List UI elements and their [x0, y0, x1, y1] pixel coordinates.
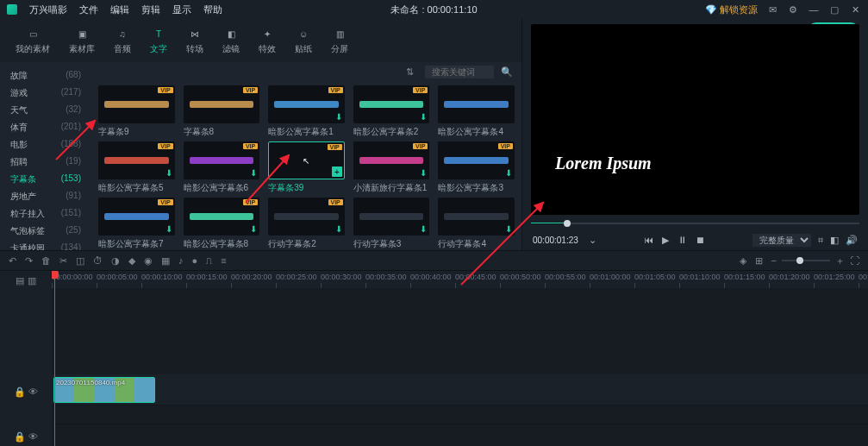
tab-transition[interactable]: ⋈转场: [183, 24, 207, 57]
download-icon[interactable]: ⬇: [250, 224, 257, 234]
menu-clip[interactable]: 剪辑: [141, 3, 160, 16]
asset-card[interactable]: VIP字幕条9: [98, 85, 175, 138]
sidebar-item-天气[interactable]: 天气(32): [0, 102, 91, 119]
redo-icon[interactable]: ↷: [25, 255, 33, 267]
asset-thumbnail[interactable]: VIP⬇: [268, 85, 345, 123]
search-input[interactable]: [425, 66, 494, 79]
asset-thumbnail[interactable]: VIP: [98, 85, 175, 123]
sidebar-item-气泡标签[interactable]: 气泡标签(25): [0, 223, 91, 240]
sidebar-item-体育[interactable]: 体育(201): [0, 119, 91, 136]
asset-grid[interactable]: VIP字幕条9VIP字幕条8VIP⬇暗影公寓字幕条1VIP⬇暗影公寓字幕条2暗影…: [91, 82, 521, 250]
download-icon[interactable]: ⬇: [505, 224, 512, 234]
tab-media[interactable]: ▭我的素材: [12, 24, 53, 57]
mask-icon[interactable]: ▦: [161, 255, 170, 267]
tab-filter[interactable]: ◧滤镜: [219, 24, 243, 57]
chroma-icon[interactable]: ◉: [144, 255, 153, 267]
zoom-fit-icon[interactable]: ⛶: [850, 255, 859, 266]
video-clip[interactable]: 20230701150840.mp4: [53, 377, 155, 403]
menu-view[interactable]: 显示: [172, 3, 191, 16]
color-icon[interactable]: ◑: [111, 255, 120, 267]
tab-sticker[interactable]: ☺贴纸: [291, 24, 315, 57]
zoom-in-icon[interactable]: ＋: [835, 254, 845, 267]
keyframe-icon[interactable]: ◆: [128, 255, 135, 267]
asset-card[interactable]: VIP⬇暗影公寓字幕条6: [184, 141, 260, 194]
time-ruler[interactable]: 00:00:00:0000:00:05:0000:00:10:0000:00:1…: [52, 271, 868, 288]
sidebar-item-粒子挂入[interactable]: 粒子挂入(151): [0, 205, 91, 223]
asset-thumbnail[interactable]: VIP⬇: [98, 141, 175, 179]
crop-icon[interactable]: ◫: [76, 255, 84, 267]
audio-detach-icon[interactable]: ♪: [178, 255, 184, 267]
track-lock-icon[interactable]: 🔒 👁: [0, 382, 52, 401]
playhead[interactable]: [54, 271, 55, 446]
asset-card[interactable]: VIP⬇暗影公寓字幕条5: [98, 141, 175, 194]
snap-icon[interactable]: ⊞: [755, 255, 763, 267]
download-icon[interactable]: ⬇: [420, 224, 427, 234]
asset-thumbnail[interactable]: VIP⬇: [184, 198, 260, 236]
asset-thumbnail[interactable]: [438, 85, 515, 123]
zoom-out-icon[interactable]: −: [771, 255, 777, 266]
asset-card[interactable]: ⬇行动字幕条4: [438, 198, 515, 250]
preview-viewport[interactable]: Lorem Ipsum: [531, 24, 859, 215]
category-sidebar[interactable]: 故障(68)游戏(217)天气(32)体育(201)电影(188)招聘(19)字…: [0, 62, 91, 250]
max-icon[interactable]: ▢: [828, 3, 840, 16]
asset-thumbnail[interactable]: VIP: [184, 85, 260, 123]
asset-thumbnail[interactable]: VIP+↖: [268, 141, 345, 179]
download-icon[interactable]: ⬇: [165, 168, 172, 178]
more-icon[interactable]: ≡: [221, 255, 226, 267]
menu-help[interactable]: 帮助: [203, 3, 222, 16]
asset-thumbnail[interactable]: ⬇: [353, 198, 430, 236]
mixer-icon[interactable]: ⎍: [206, 255, 212, 267]
tab-text[interactable]: T文字: [147, 24, 171, 57]
asset-card[interactable]: VIP⬇行动字幕条2: [268, 198, 345, 250]
sidebar-item-游戏[interactable]: 游戏(217): [0, 85, 91, 102]
play-icon[interactable]: ▶: [662, 235, 669, 246]
asset-card[interactable]: VIP+↖字幕条39: [268, 141, 345, 194]
asset-card[interactable]: VIP⬇暗影公寓字幕条8: [184, 198, 260, 250]
track-options-icon[interactable]: ▤ ▥: [0, 271, 52, 290]
sidebar-item-招聘[interactable]: 招聘(19): [0, 154, 91, 171]
download-icon[interactable]: ⬇: [420, 168, 427, 178]
download-icon[interactable]: ⬇: [335, 224, 342, 234]
audio-track-1[interactable]: [52, 405, 868, 424]
settings-icon[interactable]: ⚙: [787, 3, 799, 16]
close-icon[interactable]: ✕: [849, 3, 861, 16]
asset-thumbnail[interactable]: ⬇: [438, 198, 515, 236]
speed-icon[interactable]: ⏱: [93, 255, 103, 267]
asset-card[interactable]: VIP⬇暗影公寓字幕条3: [438, 141, 515, 194]
progress-knob[interactable]: [564, 220, 571, 227]
record-icon[interactable]: ●: [192, 255, 198, 267]
chevron-down-icon[interactable]: ⌄: [589, 235, 596, 246]
sidebar-item-卡通校园[interactable]: 卡通校园(134): [0, 240, 91, 250]
cut-icon[interactable]: ✂: [59, 255, 67, 267]
delete-icon[interactable]: 🗑: [41, 255, 51, 267]
sidebar-item-故障[interactable]: 故障(68): [0, 67, 91, 85]
stop-icon[interactable]: ⏹: [696, 235, 705, 246]
download-icon[interactable]: ⬇: [335, 112, 342, 122]
download-icon[interactable]: ⬇: [420, 112, 427, 122]
video-track-1[interactable]: 20230701150840.mp4: [52, 374, 868, 405]
asset-thumbnail[interactable]: VIP⬇: [184, 141, 260, 179]
download-icon[interactable]: ⬇: [250, 168, 257, 178]
message-icon[interactable]: ✉: [766, 3, 778, 16]
snapshot-icon[interactable]: ⌗: [818, 235, 823, 246]
sidebar-item-字幕条[interactable]: 字幕条(153): [0, 171, 91, 188]
sidebar-item-房地产[interactable]: 房地产(91): [0, 188, 91, 205]
sort-icon[interactable]: ⇅: [406, 66, 418, 79]
quality-select[interactable]: 完整质量: [752, 234, 811, 247]
unlock-resources-button[interactable]: 💎 解锁资源: [705, 3, 758, 16]
asset-card[interactable]: VIP字幕条8: [184, 85, 260, 138]
asset-card[interactable]: VIP⬇暗影公寓字幕条1: [268, 85, 345, 138]
asset-thumbnail[interactable]: VIP⬇: [268, 198, 345, 236]
pause-icon[interactable]: ⏸: [678, 235, 687, 246]
zoom-slider[interactable]: − ＋ ⛶: [771, 254, 859, 267]
add-icon[interactable]: +: [332, 166, 342, 177]
asset-card[interactable]: VIP⬇小清新旅行字幕条1: [353, 141, 430, 194]
tab-effect[interactable]: ✦特效: [255, 24, 279, 57]
asset-card[interactable]: 暗影公寓字幕条4: [438, 85, 515, 138]
sidebar-item-电影[interactable]: 电影(188): [0, 136, 91, 154]
tab-audio[interactable]: ♫音频: [110, 24, 134, 57]
timeline[interactable]: ▤ ▥ 🔒 👁 🔒 👁 00:00:00:0000:00:05:0000:00:…: [0, 271, 868, 446]
undo-icon[interactable]: ↶: [9, 255, 16, 267]
asset-thumbnail[interactable]: VIP⬇: [98, 198, 175, 236]
volume-icon[interactable]: 🔊: [846, 235, 858, 246]
